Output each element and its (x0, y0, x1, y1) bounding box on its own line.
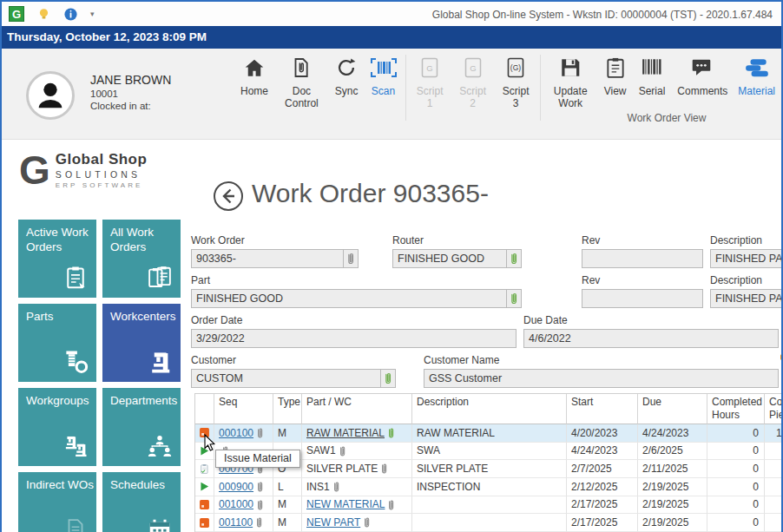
due-date-field[interactable]: 4/6/2022 (523, 329, 779, 348)
clipboard-check-icon[interactable] (199, 463, 210, 475)
user-name: JANE BROWN (90, 73, 171, 87)
tile-indirect-wos[interactable]: Indirect WOs (18, 472, 96, 532)
company-logo: G Global Shop SOLUTIONS ERP SOFTWARE (19, 151, 147, 189)
table-row[interactable]: 000100 M RAW MATERIAL RAW MATERIAL 4/20/… (195, 424, 783, 443)
title-bar: G ▾ Global Shop On-line System - Wkstn I… (2, 0, 781, 26)
window-title: Global Shop On-line System - Wkstn ID: 0… (432, 2, 773, 28)
tile-workcenters[interactable]: Workcenters (102, 304, 181, 382)
user-number: 10001 (90, 89, 171, 99)
home-icon (243, 56, 266, 79)
router-label: Router (392, 234, 424, 246)
part-text: SAW1 (306, 442, 336, 460)
paperclip-icon[interactable] (256, 499, 264, 511)
router-field[interactable]: FINISHED GOOD (392, 249, 507, 268)
col-type[interactable]: Type (273, 394, 302, 424)
part-field[interactable]: FINISHED GOOD (191, 289, 507, 308)
work-order-attachment-button[interactable] (343, 249, 359, 268)
description-field[interactable]: FINISHED PART D (710, 289, 783, 308)
paperclip-icon[interactable] (339, 445, 346, 457)
date-text: Thursday, October 12, 2023 8:09 PM (7, 30, 207, 43)
chevron-down-icon[interactable]: ▾ (90, 10, 95, 18)
paperclip-icon (510, 252, 518, 266)
tile-parts[interactable]: Parts (18, 304, 96, 382)
router-attachment-button[interactable] (506, 249, 522, 268)
barcode-icon (641, 56, 663, 79)
ribbon-serial-button[interactable]: Serial (633, 55, 672, 98)
paperclip-icon[interactable] (380, 463, 388, 475)
tile-departments[interactable]: Departments (102, 388, 181, 466)
seq-link[interactable]: 000100 (219, 424, 253, 443)
col-completed-pieces[interactable]: Completed Pieces (765, 394, 783, 424)
part-link[interactable]: RAW MATERIAL (306, 424, 385, 443)
ribbon-separator (540, 55, 541, 121)
paperclip-icon[interactable] (256, 481, 264, 493)
description-field[interactable]: FINISHED PART (710, 249, 783, 268)
seq-link[interactable]: 001000 (219, 496, 253, 514)
rev-field[interactable] (582, 249, 703, 268)
ribbon-script3-button[interactable]: Script 3 (494, 55, 537, 110)
paperclip-icon[interactable] (363, 516, 371, 529)
order-date-label: Order Date (191, 314, 242, 326)
doc-control-icon (290, 56, 313, 79)
ribbon-update-work-button[interactable]: Update Work (543, 55, 598, 110)
ribbon-comments-button[interactable]: Comments (671, 55, 732, 98)
paperclip-icon[interactable] (387, 499, 395, 511)
paperclip-icon[interactable] (332, 481, 340, 493)
table-row[interactable]: 000900 L INS1 INSPECTION 2/12/2025 2/19/… (195, 478, 783, 496)
calendar-icon (147, 517, 173, 532)
ribbon-group-label: Work Order View (564, 112, 769, 124)
ribbon-doc-control-button[interactable]: Doc Control (274, 55, 329, 110)
customer-name-label: Customer Name (424, 354, 499, 366)
customer-field[interactable]: CUSTOM (191, 369, 381, 388)
tile-workgroups[interactable]: Workgroups (18, 388, 96, 466)
issue-material-icon[interactable] (199, 499, 210, 510)
hint-bulb-icon[interactable] (36, 7, 51, 22)
order-date-field[interactable]: 3/29/2022 (191, 329, 517, 348)
col-seq[interactable]: Seq (214, 394, 273, 424)
col-completed-hours[interactable]: Completed Hours (707, 394, 765, 424)
top-strip: JANE BROWN 10001 Clocked in at: Home Doc… (2, 49, 781, 140)
col-start[interactable]: Start (567, 394, 638, 424)
paperclip-icon[interactable] (256, 427, 264, 439)
seq-link[interactable]: 000900 (219, 478, 253, 496)
issue-material-icon[interactable] (199, 517, 210, 529)
part-link[interactable]: NEW PART (306, 514, 360, 532)
tile-active-work-orders[interactable]: Active Work Orders (18, 220, 96, 298)
ribbon-scan-button[interactable]: Scan (365, 55, 403, 98)
table-row[interactable]: 001000 M NEW MATERIAL 2/17/2025 2/19/202… (195, 496, 783, 515)
table-row[interactable]: 001100 M NEW PART 2/17/2025 2/19/2025 0 … (195, 514, 783, 532)
scan-barcode-icon (371, 56, 397, 79)
ribbon-material-button[interactable]: Material (732, 55, 781, 98)
app-window: G ▾ Global Shop On-line System - Wkstn I… (0, 0, 783, 532)
clipboards-icon (147, 265, 173, 291)
customer-name-field[interactable]: GSS Customer (424, 369, 779, 388)
work-order-field[interactable]: 903365- (191, 249, 344, 268)
col-description[interactable]: Description (412, 394, 567, 424)
customer-label: Customer (191, 354, 236, 366)
tile-schedules[interactable]: Schedules (102, 472, 181, 532)
part-link[interactable]: NEW MATERIAL (306, 496, 385, 514)
ribbon-view-button[interactable]: View (598, 55, 633, 98)
ribbon-script1-button: Script 1 (408, 55, 451, 110)
paperclip-icon[interactable] (387, 427, 395, 439)
customer-attachment-button[interactable] (380, 369, 396, 388)
paperclip-icon (346, 252, 355, 266)
part-text: INS1 (306, 478, 330, 496)
col-due[interactable]: Due (638, 394, 707, 424)
app-logo-icon[interactable]: G (9, 6, 24, 22)
ribbon-sync-button[interactable]: Sync (329, 55, 365, 98)
back-button[interactable] (213, 181, 244, 212)
script-doc-icon (464, 56, 482, 79)
avatar (26, 71, 75, 120)
info-icon[interactable] (63, 7, 78, 22)
seq-link[interactable]: 001100 (219, 514, 253, 532)
play-icon[interactable] (199, 481, 210, 492)
rev-field[interactable] (582, 289, 703, 308)
part-attachment-button[interactable] (506, 289, 522, 308)
machine-icon (147, 349, 173, 375)
col-part-wc[interactable]: Part / WC (302, 394, 412, 424)
document-icon (63, 517, 89, 532)
tile-all-work-orders[interactable]: All Work Orders (102, 220, 181, 298)
paperclip-icon[interactable] (255, 516, 263, 529)
ribbon-home-button[interactable]: Home (234, 55, 274, 98)
